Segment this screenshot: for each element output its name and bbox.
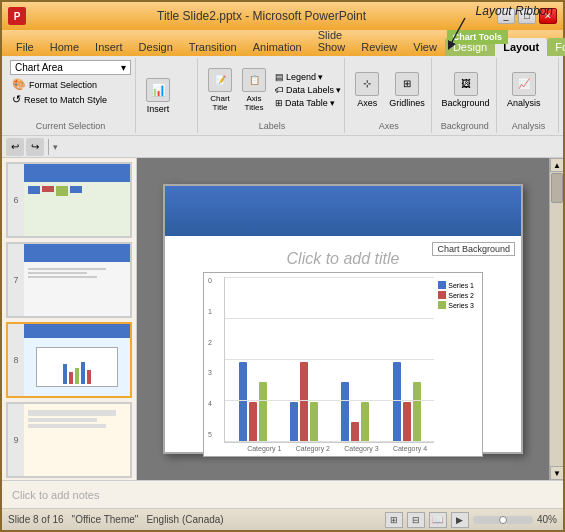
axes-group-label: Axes	[351, 119, 426, 131]
insert-group: 📊 Insert	[138, 58, 198, 133]
labels-group: 📝 ChartTitle 📋 AxisTitles ▤ Legend ▾ 🏷	[200, 58, 345, 133]
analysis-button[interactable]: 📈 Analysis	[503, 70, 545, 110]
slide-image-6	[24, 164, 130, 236]
axes-group-content: ⊹ Axes ⊞ Gridlines	[351, 60, 426, 119]
background-group-label: Background	[438, 119, 492, 131]
zoom-level: 40%	[537, 514, 557, 525]
chart-container[interactable]: 5 4 3 2 1 0	[203, 272, 483, 457]
scroll-up-button[interactable]: ▲	[550, 158, 563, 172]
zoom-thumb[interactable]	[499, 516, 507, 524]
gridlines-icon: ⊞	[395, 72, 419, 96]
toolbar-separator	[48, 139, 49, 155]
normal-view-button[interactable]: ⊞	[385, 512, 403, 528]
reset-icon: ↺	[12, 93, 21, 106]
content-area: Chart Background Click to add title 5	[137, 158, 549, 480]
reset-match-style-button[interactable]: ↺ Reset to Match Style	[10, 92, 131, 107]
chart-title-button[interactable]: 📝 ChartTitle	[204, 66, 236, 114]
main-area: 6 7	[2, 158, 563, 480]
legend-series1: Series 1	[438, 281, 474, 289]
slide-thumb-7[interactable]: 7	[6, 242, 132, 318]
tab-file[interactable]: File	[8, 38, 42, 56]
ribbon: Chart Area ▾ 🎨 Format Selection ↺ Reset …	[2, 56, 563, 136]
slide-thumb-8[interactable]: 8	[6, 322, 132, 398]
tab-slideshow[interactable]: Slide Show	[310, 26, 354, 56]
chart-inner: 5 4 3 2 1 0	[208, 277, 478, 452]
labels-group-content: 📝 ChartTitle 📋 AxisTitles ▤ Legend ▾ 🏷	[204, 60, 340, 119]
format-selection-button[interactable]: 🎨 Format Selection	[10, 77, 131, 92]
window-title: Title Slide2.pptx - Microsoft PowerPoint	[32, 9, 491, 23]
analysis-group-content: 📈 Analysis	[503, 60, 554, 119]
slide-image-7	[24, 244, 130, 316]
slide-thumb-9[interactable]: 9	[6, 402, 132, 478]
slideshow-view-button[interactable]: ▶	[451, 512, 469, 528]
analysis-icon: 📈	[512, 72, 536, 96]
slide-canvas[interactable]: Chart Background Click to add title 5	[163, 184, 523, 454]
tab-review[interactable]: Review	[353, 38, 405, 56]
slide-number-9: 9	[8, 404, 24, 476]
status-bar: Slide 8 of 16 "Office Theme" English (Ca…	[2, 508, 563, 530]
background-group-content: 🖼 Background	[438, 60, 492, 119]
slide-image-8	[24, 324, 130, 396]
insert-icon: 📊	[146, 78, 170, 102]
slide-thumb-6[interactable]: 6	[6, 162, 132, 238]
data-labels-button[interactable]: 🏷 Data Labels ▾	[272, 84, 344, 96]
axes-button[interactable]: ⊹ Axes	[351, 70, 383, 110]
slide-panel[interactable]: 6 7	[2, 158, 137, 480]
scroll-down-button[interactable]: ▼	[550, 466, 563, 480]
app-logo: P	[8, 7, 26, 25]
tab-format[interactable]: Format	[547, 38, 565, 56]
axes-icon: ⊹	[355, 72, 379, 96]
tab-animation[interactable]: Animation	[245, 38, 310, 56]
toolbar: ↩ ↪ ▾	[2, 136, 563, 158]
tab-design[interactable]: Design	[131, 38, 181, 56]
scroll-track[interactable]	[550, 172, 563, 466]
chart-background-label: Chart Background	[432, 242, 515, 256]
chart-x-labels: Category 1 Category 2 Category 3 Categor…	[224, 445, 434, 452]
vertical-scrollbar[interactable]: ▲ ▼	[549, 158, 563, 480]
background-group: 🖼 Background Background	[434, 58, 497, 133]
data-table-button[interactable]: ⊞ Data Table ▾	[272, 97, 344, 109]
chart-y-axis: 5 4 3 2 1 0	[208, 277, 224, 452]
slide-info: Slide 8 of 16	[8, 514, 64, 525]
slide-number-7: 7	[8, 244, 24, 316]
format-icon: 🎨	[12, 78, 26, 91]
annotation-arrow	[435, 16, 495, 51]
status-bar-right: ⊞ ⊟ 📖 ▶ 40%	[385, 512, 557, 528]
labels-col: ▤ Legend ▾ 🏷 Data Labels ▾ ⊞ Data Table …	[272, 71, 344, 109]
legend-button[interactable]: ▤ Legend ▾	[272, 71, 344, 83]
current-selection-group: Chart Area ▾ 🎨 Format Selection ↺ Reset …	[6, 58, 136, 133]
gridlines-button[interactable]: ⊞ Gridlines	[385, 70, 429, 110]
scroll-thumb[interactable]	[551, 173, 563, 203]
tab-transition[interactable]: Transition	[181, 38, 245, 56]
legend-icon: ▤	[275, 72, 284, 82]
chart-title-icon: 📝	[208, 68, 232, 92]
insert-group-content: 📊 Insert	[142, 60, 193, 131]
slide-number-6: 6	[8, 164, 24, 236]
current-selection-label: Current Selection	[10, 121, 131, 131]
slide-number-8: 8	[8, 324, 24, 396]
zoom-slider[interactable]	[473, 516, 533, 524]
redo-button[interactable]: ↪	[26, 138, 44, 156]
data-table-icon: ⊞	[275, 98, 283, 108]
bars-area: Category 1 Category 2 Category 3 Categor…	[224, 277, 434, 452]
slide-sorter-button[interactable]: ⊟	[407, 512, 425, 528]
background-button[interactable]: 🖼 Background	[438, 70, 494, 110]
analysis-group-label: Analysis	[503, 119, 554, 131]
analysis-group: 📈 Analysis Analysis	[499, 58, 559, 133]
tab-home[interactable]: Home	[42, 38, 87, 56]
axis-titles-button[interactable]: 📋 AxisTitles	[238, 66, 270, 114]
slide-body: Click to add title 5 4 3 2 1	[165, 236, 521, 465]
undo-button[interactable]: ↩	[6, 138, 24, 156]
axis-titles-icon: 📋	[242, 68, 266, 92]
reading-view-button[interactable]: 📖	[429, 512, 447, 528]
notes-area[interactable]: Click to add notes	[2, 480, 563, 508]
tab-insert[interactable]: Insert	[87, 38, 131, 56]
insert-button[interactable]: 📊 Insert	[142, 76, 174, 116]
chart-gridlines	[224, 277, 434, 443]
legend-series3: Series 3	[438, 301, 474, 309]
legend-series2: Series 2	[438, 291, 474, 299]
legend-color-s1	[438, 281, 446, 289]
axes-group: ⊹ Axes ⊞ Gridlines Axes	[347, 58, 431, 133]
legend-color-s3	[438, 301, 446, 309]
chart-element-dropdown[interactable]: Chart Area ▾	[10, 60, 131, 75]
